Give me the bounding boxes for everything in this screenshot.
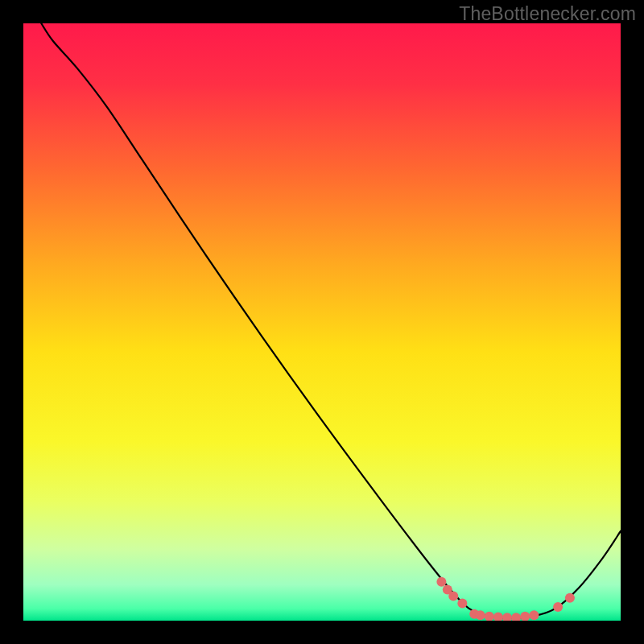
marker-dot (476, 610, 485, 620)
watermark-text: TheBottlenecker.com (459, 3, 636, 25)
marker-dot (436, 577, 446, 587)
marker-dot (529, 610, 539, 620)
marker-dot (565, 593, 575, 603)
bottleneck-chart (23, 23, 621, 621)
chart-background (23, 23, 621, 621)
marker-dot (553, 602, 563, 612)
marker-dot (448, 592, 458, 601)
marker-dot (457, 598, 467, 608)
chart-frame: TheBottlenecker.com (0, 0, 644, 644)
